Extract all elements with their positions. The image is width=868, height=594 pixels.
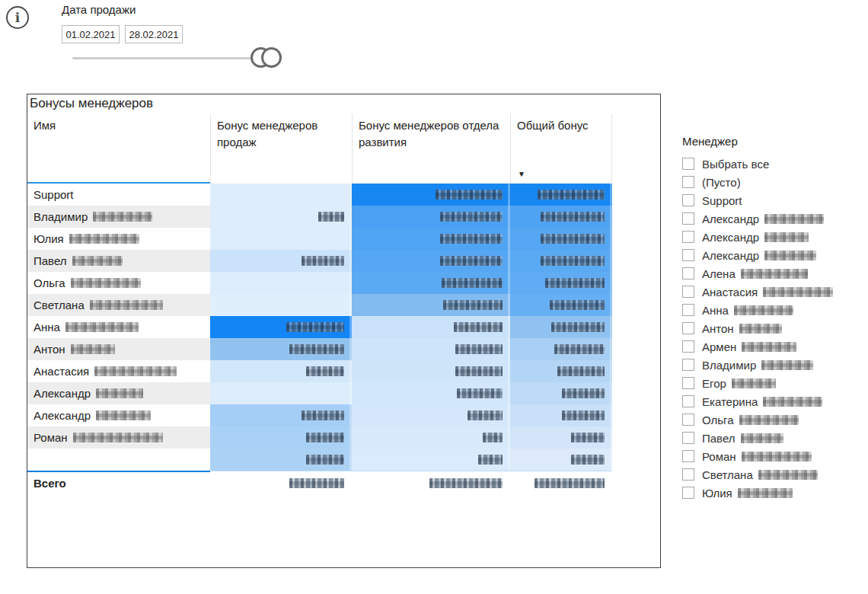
- table-row[interactable]: Ольга: [27, 272, 660, 294]
- filter-item[interactable]: Павел: [681, 429, 864, 447]
- redacted-surname: [764, 232, 809, 242]
- checkbox-icon[interactable]: [682, 304, 694, 316]
- table-row[interactable]: Юлия: [27, 228, 660, 250]
- filter-item-label: Александр: [702, 212, 824, 225]
- filter-item[interactable]: Александр: [681, 228, 864, 246]
- redacted-value: [302, 256, 344, 266]
- checkbox-icon[interactable]: [682, 176, 694, 188]
- checkbox-icon[interactable]: [682, 468, 694, 481]
- manager-first-name: Александр: [34, 409, 91, 422]
- filter-item[interactable]: Антон: [681, 319, 864, 337]
- filter-item-first-name: Екатерина: [702, 395, 758, 408]
- table-row[interactable]: Анна: [27, 316, 660, 338]
- table-row[interactable]: Support: [27, 184, 660, 206]
- filter-item[interactable]: Анастасия: [681, 283, 864, 301]
- sales-bonus-cell: [210, 426, 352, 449]
- filter-item[interactable]: Егор: [681, 374, 864, 392]
- checkbox-icon[interactable]: [682, 158, 694, 170]
- table-row[interactable]: Светлана: [27, 294, 660, 316]
- filter-item[interactable]: Алена: [681, 264, 864, 283]
- table-row[interactable]: Роман: [27, 426, 660, 449]
- redacted-surname: [69, 234, 139, 244]
- redacted-value: [571, 455, 605, 465]
- manager-name-cell: Анна: [27, 316, 210, 338]
- table-row[interactable]: Александр: [27, 382, 660, 404]
- table-row[interactable]: Павел: [27, 250, 660, 272]
- checkbox-icon[interactable]: [682, 249, 694, 261]
- checkbox-icon[interactable]: [682, 286, 694, 298]
- dev-bonus-cell: [352, 228, 510, 250]
- checkbox-icon[interactable]: [682, 450, 694, 462]
- filter-item[interactable]: Екатерина: [681, 392, 864, 410]
- manager-name-cell: [27, 449, 210, 471]
- filter-item[interactable]: Роман: [681, 447, 864, 465]
- redacted-surname: [761, 360, 813, 370]
- filter-item[interactable]: Светлана: [681, 465, 864, 484]
- table-row[interactable]: Антон: [27, 338, 660, 360]
- table-row[interactable]: Александр: [27, 404, 660, 426]
- total-total-bonus-value: [510, 471, 612, 494]
- filter-item[interactable]: Анна: [681, 301, 864, 319]
- date-start-input[interactable]: 01.02.2021: [62, 25, 120, 43]
- sort-descending-icon[interactable]: ▼: [518, 169, 525, 180]
- checkbox-icon[interactable]: [682, 340, 694, 353]
- checkbox-icon[interactable]: [682, 432, 694, 444]
- filter-item-first-name: Александр: [702, 231, 759, 244]
- column-header-total-label: Общий бонус: [517, 119, 589, 132]
- redacted-surname: [73, 433, 163, 442]
- total-sales-bonus-value: [210, 471, 352, 494]
- total-bonus-cell: [510, 272, 612, 294]
- filter-item-label: Роман: [702, 450, 812, 463]
- info-icon[interactable]: i: [6, 6, 29, 29]
- filter-item[interactable]: Ольга: [681, 410, 864, 429]
- redacted-value: [318, 212, 344, 222]
- filter-item[interactable]: Владимир: [681, 356, 864, 374]
- redacted-value: [306, 433, 344, 442]
- manager-name-cell: Ольга: [27, 272, 210, 294]
- table-row[interactable]: [27, 449, 660, 471]
- checkbox-icon[interactable]: [682, 377, 694, 389]
- filter-item[interactable]: (Пусто): [681, 173, 864, 191]
- checkbox-icon[interactable]: [682, 359, 694, 371]
- filter-item[interactable]: Александр: [681, 246, 864, 264]
- filter-item[interactable]: Выбрать все: [681, 155, 864, 173]
- checkbox-icon[interactable]: [682, 267, 694, 279]
- table-body: SupportВладимирЮлияПавелОльгаСветланаАнн…: [27, 184, 660, 471]
- total-bonus-cell: [510, 228, 612, 250]
- filter-item-label: (Пусто): [702, 176, 741, 189]
- redacted-surname: [742, 452, 812, 461]
- checkbox-icon[interactable]: [682, 194, 694, 206]
- dev-bonus-cell: [352, 184, 510, 206]
- column-header-dev-bonus[interactable]: Бонус менеджеров отдела развития: [352, 114, 510, 184]
- table-row[interactable]: Владимир: [27, 206, 660, 228]
- column-header-sales-bonus[interactable]: Бонус менеджеров продаж: [210, 114, 352, 184]
- info-icon-glyph: i: [15, 10, 20, 25]
- filter-item-label: Егор: [702, 377, 776, 390]
- manager-first-name: Александр: [34, 387, 91, 400]
- table-row[interactable]: Анастасия: [27, 360, 660, 382]
- total-bonus-cell: [510, 294, 612, 316]
- dev-bonus-cell: [352, 382, 510, 404]
- filter-item[interactable]: Армен: [681, 337, 864, 356]
- manager-first-name: Антон: [34, 343, 65, 356]
- checkbox-icon[interactable]: [682, 231, 694, 243]
- redacted-value: [541, 212, 605, 222]
- dev-bonus-cell: [352, 426, 510, 449]
- column-header-name[interactable]: Имя: [27, 114, 210, 184]
- checkbox-icon[interactable]: [682, 212, 694, 225]
- column-header-total-bonus[interactable]: Общий бонус ▼: [510, 114, 612, 184]
- date-slider-handle-end[interactable]: [261, 47, 282, 68]
- filter-item[interactable]: Александр: [681, 209, 864, 228]
- date-end-input[interactable]: 28.02.2021: [125, 25, 183, 43]
- filter-item-label: Support: [702, 194, 742, 207]
- filter-item[interactable]: Support: [681, 191, 864, 209]
- checkbox-icon[interactable]: [682, 395, 694, 407]
- date-slider-track[interactable]: [72, 57, 265, 59]
- filter-item[interactable]: Юлия: [681, 484, 864, 502]
- checkbox-icon[interactable]: [682, 322, 694, 334]
- filter-item-label: Выбрать все: [702, 158, 769, 171]
- manager-first-name: Ольга: [34, 276, 65, 289]
- checkbox-icon[interactable]: [682, 414, 694, 426]
- manager-first-name: Support: [34, 188, 74, 201]
- checkbox-icon[interactable]: [682, 487, 694, 499]
